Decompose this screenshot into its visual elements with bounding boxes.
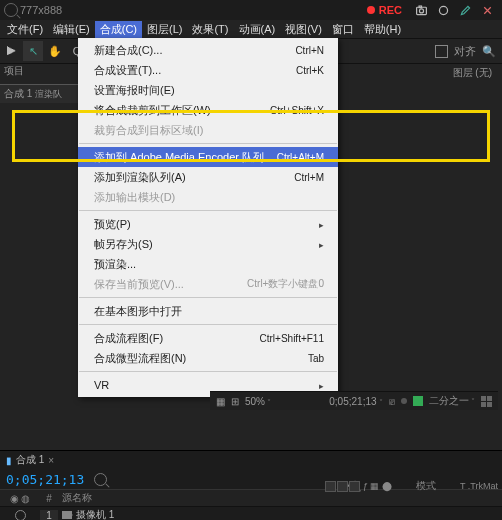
timeline-tab-close-icon[interactable]: × xyxy=(48,455,54,466)
viewer-mask-icon[interactable]: ▦ xyxy=(216,396,225,407)
menu-composition[interactable]: 合成(C) xyxy=(95,21,142,38)
menu-view[interactable]: 视图(V) xyxy=(280,21,327,38)
hand-tool-icon[interactable]: ✋ xyxy=(45,41,65,61)
project-panel: 项目 合成 1 渲染队 xyxy=(0,62,78,103)
timeline-panel: ▮ 合成 1 × 0;05;21;13 ◉ ◍ # 源名称 ♀ ☀ ╲ ƒ ▦ … xyxy=(0,450,502,520)
menu-separator xyxy=(79,371,337,372)
svg-point-1 xyxy=(419,8,423,12)
titlebar-dimensions: 777x888 xyxy=(20,4,62,16)
comp-tab[interactable]: 合成 1 渲染队 xyxy=(0,84,78,103)
menu-file[interactable]: 文件(F) xyxy=(2,21,48,38)
record-dot-icon xyxy=(367,6,375,14)
menu-item-flowchart[interactable]: 合成流程图(F)Ctrl+Shift+F11 xyxy=(78,328,338,348)
menu-separator xyxy=(79,210,337,211)
comp-tab-sub: 渲染队 xyxy=(35,89,62,99)
selection-tool-icon[interactable]: ↖ xyxy=(23,41,43,61)
camera-icon[interactable] xyxy=(414,3,428,17)
menu-item-preview[interactable]: 预览(P) xyxy=(78,214,338,234)
row-switches[interactable] xyxy=(325,481,360,492)
menu-animation[interactable]: 动画(A) xyxy=(234,21,281,38)
magnifier-icon xyxy=(4,3,18,17)
menu-item-save-preview: 保存当前预览(V)...Ctrl+数字小键盘0 xyxy=(78,274,338,294)
home-tool-icon[interactable]: ⯈ xyxy=(1,41,21,61)
timeline-row[interactable]: 1 摄像机 1 xyxy=(0,507,502,520)
viewer-grid-icon[interactable] xyxy=(481,396,492,407)
col-index[interactable]: # xyxy=(40,493,58,504)
menu-item-open-egp[interactable]: 在基本图形中打开 xyxy=(78,301,338,321)
viewer-zoom[interactable]: 50% xyxy=(245,396,271,407)
menu-item-save-frame[interactable]: 帧另存为(S) xyxy=(78,234,338,254)
menu-item-prerender[interactable]: 预渲染... xyxy=(78,254,338,274)
menu-window[interactable]: 窗口 xyxy=(327,21,359,38)
viewer-footer: ▦ ⊞ 50% 0;05;21;13 ⎚ 二分之一 xyxy=(210,391,498,410)
close-icon[interactable] xyxy=(480,3,494,17)
menu-item-comp-settings[interactable]: 合成设置(T)...Ctrl+K xyxy=(78,60,338,80)
record-label: REC xyxy=(379,4,402,16)
viewer-channel-icon[interactable] xyxy=(401,398,407,404)
menu-item-add-output: 添加输出模块(D) xyxy=(78,187,338,207)
col-visibility-icon[interactable]: ◉ ◍ xyxy=(0,493,40,504)
menu-item-trim-workarea[interactable]: 将合成裁剪到工作区(W)Ctrl+Shift+X xyxy=(78,100,338,120)
window-titlebar: 777x888 REC xyxy=(0,0,502,20)
menu-separator xyxy=(79,143,337,144)
menu-item-add-to-ame[interactable]: 添加到 Adobe Media Encoder 队列...Ctrl+Alt+M xyxy=(78,147,338,167)
camera-layer-icon xyxy=(62,511,72,519)
viewer-snapshot-icon[interactable]: ⎚ xyxy=(389,396,395,407)
timeline-tab-label: 合成 1 xyxy=(16,453,44,467)
timeline-timecode[interactable]: 0;05;21;13 xyxy=(6,472,84,487)
menu-bar: 文件(F) 编辑(E) 合成(C) 图层(L) 效果(T) 动画(A) 视图(V… xyxy=(0,20,502,39)
viewer-color-icon[interactable] xyxy=(413,396,423,406)
menu-effect[interactable]: 效果(T) xyxy=(187,21,233,38)
mask-icon[interactable] xyxy=(436,3,450,17)
project-panel-label[interactable]: 项目 xyxy=(0,62,78,80)
menu-layer[interactable]: 图层(L) xyxy=(142,21,187,38)
svg-point-3 xyxy=(439,6,447,14)
visibility-toggle-icon[interactable] xyxy=(15,510,26,521)
edit-icon[interactable] xyxy=(458,3,472,17)
snapping-icon[interactable] xyxy=(435,45,448,58)
menu-item-new-comp[interactable]: 新建合成(C)...Ctrl+N xyxy=(78,40,338,60)
menu-item-crop-roi: 裁剪合成到目标区域(I) xyxy=(78,120,338,140)
viewer-resolution[interactable]: 二分之一 xyxy=(429,394,475,408)
menu-separator xyxy=(79,297,337,298)
align-label[interactable]: 对齐 xyxy=(454,44,476,59)
menu-item-mini-flowchart[interactable]: 合成微型流程图(N)Tab xyxy=(78,348,338,368)
search-icon[interactable]: 🔍 xyxy=(482,45,496,58)
viewer-timecode[interactable]: 0;05;21;13 xyxy=(329,396,383,407)
menu-edit[interactable]: 编辑(E) xyxy=(48,21,95,38)
col-source-name[interactable]: 源名称 xyxy=(58,491,202,505)
menu-separator xyxy=(79,324,337,325)
row-index: 1 xyxy=(40,510,58,521)
row-source-name[interactable]: 摄像机 1 xyxy=(76,508,114,520)
menu-item-add-to-render[interactable]: 添加到渲染队列(A)Ctrl+M xyxy=(78,167,338,187)
timeline-search-icon[interactable] xyxy=(94,473,107,486)
viewer-guides-icon[interactable]: ⊞ xyxy=(231,396,239,407)
layer-panel-label[interactable]: 图层 (无) xyxy=(453,66,492,80)
menu-help[interactable]: 帮助(H) xyxy=(359,21,406,38)
menu-item-set-poster[interactable]: 设置海报时间(E) xyxy=(78,80,338,100)
timeline-tab-icon: ▮ xyxy=(6,455,12,466)
composition-dropdown: 新建合成(C)...Ctrl+N 合成设置(T)...Ctrl+K 设置海报时间… xyxy=(78,38,338,397)
